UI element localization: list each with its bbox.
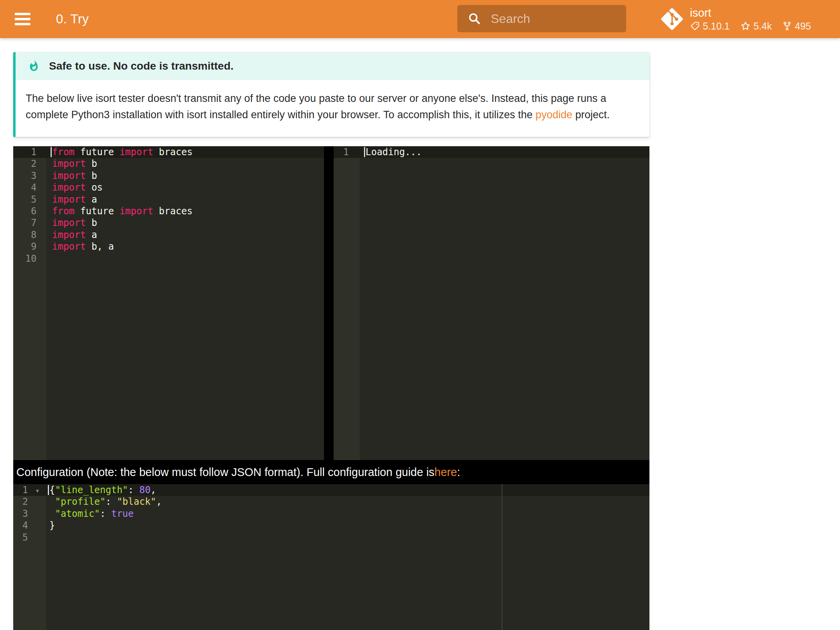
pyodide-link[interactable]: pyodide xyxy=(536,109,572,121)
code-line: from future import braces xyxy=(46,146,324,158)
hamburger-icon xyxy=(15,23,30,25)
code-token: os xyxy=(86,182,103,193)
code-token: braces xyxy=(153,147,192,158)
gutter-line-number: 6 xyxy=(13,205,46,217)
code-line: Loading... xyxy=(360,146,649,158)
repo-forks-label: 495 xyxy=(795,21,811,32)
repo-link[interactable]: isort 5.10.1 5.4k xyxy=(661,0,811,38)
code-line: import b xyxy=(46,158,324,170)
gutter-line-number: 2 xyxy=(13,496,46,508)
code-line xyxy=(46,253,324,264)
repo-forks: 495 xyxy=(782,21,811,32)
code-token: "profile" xyxy=(55,496,105,507)
code-token: from xyxy=(52,206,75,217)
repo-name: isort xyxy=(690,7,811,19)
output-editor-code[interactable]: Loading... xyxy=(360,146,649,460)
gutter-line-number: 1 xyxy=(334,146,360,158)
split-divider[interactable] xyxy=(324,146,334,460)
configuration-heading-text: : xyxy=(457,466,460,479)
tag-icon xyxy=(690,21,700,31)
config-editor-code[interactable]: {"line_length": 80, "profile": "black", … xyxy=(46,484,649,630)
code-token: import xyxy=(52,217,86,228)
code-token: , xyxy=(150,485,156,495)
admonition-title-row: Safe to use. No code is transmitted. xyxy=(16,52,649,80)
gutter-line-number: 1 xyxy=(13,146,46,158)
admonition-body: The below live isort tester doesn't tran… xyxy=(16,80,649,137)
repo-info: isort 5.10.1 5.4k xyxy=(690,7,811,32)
code-token: b, a xyxy=(86,241,114,252)
code-token: true xyxy=(111,508,134,519)
gutter-line-number: 7 xyxy=(13,217,46,229)
hamburger-menu-button[interactable] xyxy=(15,10,30,28)
star-icon xyxy=(740,21,751,32)
configuration-heading-text: Configuration (Note: the below must foll… xyxy=(16,466,434,479)
code-token: Loading... xyxy=(366,147,422,158)
code-line: import a xyxy=(46,229,324,241)
code-token: braces xyxy=(153,206,192,217)
output-code-editor[interactable]: 1 Loading... xyxy=(334,146,649,460)
gutter-line-number: 4 xyxy=(13,182,46,193)
gutter-line-number: 5 xyxy=(13,532,46,543)
search-input[interactable] xyxy=(490,11,620,26)
code-token: import xyxy=(52,229,86,240)
fork-icon xyxy=(782,21,792,31)
input-editor-gutter: 12345678910 xyxy=(13,146,46,460)
hamburger-icon xyxy=(15,18,30,20)
code-line: {"line_length": 80, xyxy=(46,484,649,496)
gutter-line-number: 9 xyxy=(13,241,46,252)
code-token: import xyxy=(119,147,153,158)
code-line: "atomic": true xyxy=(46,508,649,520)
code-token: "atomic" xyxy=(55,508,100,519)
code-token: import xyxy=(52,170,86,181)
search-box[interactable] xyxy=(457,5,626,32)
gutter-line-number: 3 xyxy=(13,170,46,182)
code-token: "line_length" xyxy=(55,485,128,495)
code-line: } xyxy=(46,520,649,531)
hamburger-icon xyxy=(15,13,30,15)
print-margin-ruler xyxy=(502,484,502,630)
input-editor-code[interactable]: from future import bracesimport bimport … xyxy=(46,146,324,460)
code-token: a xyxy=(86,194,97,205)
repo-facts: 5.10.1 5.4k 495 xyxy=(690,21,811,32)
repo-version: 5.10.1 xyxy=(690,21,730,32)
admonition-title: Safe to use. No code is transmitted. xyxy=(49,60,234,72)
repo-version-label: 5.10.1 xyxy=(703,21,730,32)
git-logo-icon xyxy=(661,8,683,30)
code-token: from xyxy=(52,147,75,158)
gutter-line-number: 8 xyxy=(13,229,46,241)
gutter-line-number: 1▾ xyxy=(13,484,46,496)
input-code-editor[interactable]: 12345678910 from future import bracesimp… xyxy=(13,146,324,460)
code-token: : xyxy=(100,508,111,519)
code-token: import xyxy=(119,206,153,217)
fold-chevron-down-icon[interactable]: ▾ xyxy=(35,485,40,496)
code-token: import xyxy=(52,158,86,169)
code-token: b xyxy=(86,170,97,181)
gutter-line-number: 3 xyxy=(13,508,46,520)
code-line: import b, a xyxy=(46,241,324,252)
code-token: import xyxy=(52,241,86,252)
code-token: import xyxy=(52,182,86,193)
code-line: import a xyxy=(46,194,324,205)
configuration-guide-link[interactable]: here xyxy=(434,466,457,479)
text-cursor xyxy=(364,147,365,157)
code-line: import os xyxy=(46,182,324,193)
code-token: 80 xyxy=(139,485,150,495)
code-token: import xyxy=(52,194,86,205)
code-line: from future import braces xyxy=(46,205,324,217)
app-header: 0. Try isort 5.10.1 xyxy=(0,0,840,38)
gutter-line-number: 10 xyxy=(13,253,46,264)
code-line xyxy=(46,532,649,543)
code-line: import b xyxy=(46,170,324,182)
code-token: } xyxy=(49,520,55,531)
code-line: import b xyxy=(46,217,324,229)
code-token: : xyxy=(106,496,117,507)
code-token xyxy=(49,496,55,507)
isort-editor-split: 12345678910 from future import bracesimp… xyxy=(13,146,649,460)
code-token: a xyxy=(86,229,97,240)
config-code-editor[interactable]: 1▾2345 {"line_length": 80, "profile": "b… xyxy=(13,484,649,630)
config-editor-gutter: 1▾2345 xyxy=(13,484,46,630)
configuration-heading: Configuration (Note: the below must foll… xyxy=(13,460,649,484)
text-cursor xyxy=(48,485,49,495)
search-icon xyxy=(467,12,481,26)
flame-icon xyxy=(28,60,40,72)
